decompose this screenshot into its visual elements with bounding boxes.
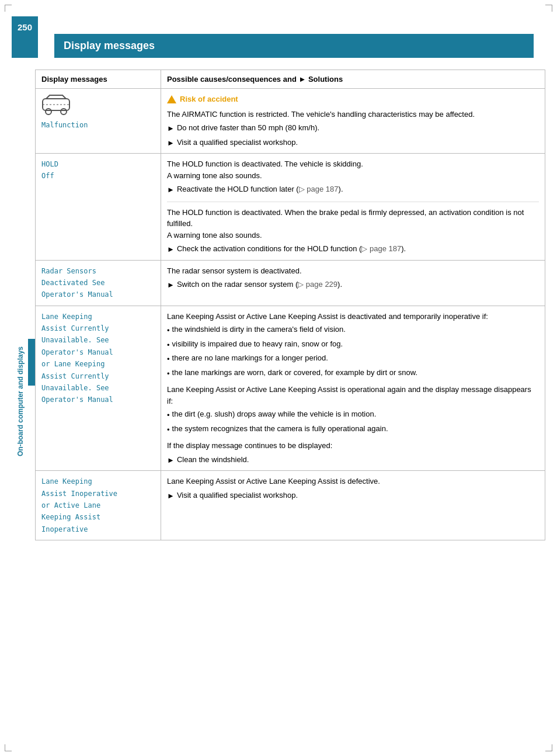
lane-inoperative-code: Lane KeepingAssist Inoperativeor Active …	[41, 477, 117, 533]
hold-sub-section: The HOLD function is deactivated. When t…	[167, 202, 539, 255]
radar-bullet-1: ► Switch on the radar sensor system (▷ p…	[167, 279, 539, 291]
bullet-dot: •	[167, 353, 170, 365]
page-number: 250	[12, 16, 38, 58]
hold-bullet-2: ► Check the activation conditions for th…	[167, 243, 539, 255]
display-messages-table: Display messages Possible causes/consequ…	[35, 70, 545, 540]
radar-code: Radar SensorsDeactivated SeeOperator's M…	[41, 267, 113, 299]
lane-mid-bullet-1: • the dirt (e.g. slush) drops away while…	[167, 408, 539, 421]
arrow-icon: ►	[167, 184, 175, 196]
arrow-icon: ►	[167, 490, 175, 502]
corner-mark-tr	[545, 5, 552, 12]
table-row: Malfunction Risk of accident The AIRMATI…	[36, 89, 545, 154]
arrow-icon: ►	[167, 137, 175, 149]
bullet-text: the dirt (e.g. slush) drops away while t…	[172, 408, 377, 420]
display-message-malfunction: Malfunction	[36, 89, 161, 154]
bullet-text: Clean the windshield.	[177, 454, 249, 466]
table-row: Lane KeepingAssist Inoperativeor Active …	[36, 471, 545, 540]
malfunction-causes: Risk of accident The AIRMATIC function i…	[161, 89, 545, 154]
lane-bullet-2: • visibility is impaired due to heavy ra…	[167, 338, 539, 351]
lane-inoperative-bullet: ► Visit a qualified specialist workshop.	[167, 490, 539, 502]
bullet-text: the system recognizes that the camera is…	[172, 423, 388, 435]
hold-causes: The HOLD function is deactivated. The ve…	[161, 154, 545, 261]
malfunction-icon	[41, 93, 71, 117]
bullet-text: there are no lane markings for a longer …	[172, 352, 328, 364]
bullet-text: Do not drive faster than 50 mph (80 km/h…	[177, 122, 319, 134]
bullet-dot: •	[167, 339, 170, 351]
malfunction-text: The AIRMATIC function is restricted. The…	[167, 109, 539, 120]
bullet-text: Visit a qualified specialist workshop.	[177, 137, 298, 148]
hold-bullet-1: ► Reactivate the HOLD function later (▷ …	[167, 183, 539, 196]
lane-currently-causes: Lane Keeping Assist or Active Lane Keepi…	[161, 306, 545, 471]
bullet-text: Check the activation conditions for the …	[177, 243, 406, 255]
lane-bullet-3: • there are no lane markings for a longe…	[167, 352, 539, 365]
table-row: Lane KeepingAssist CurrentlyUnavailable.…	[36, 306, 545, 471]
risk-label: Risk of accident	[180, 93, 238, 105]
sidebar-label: On-board computer and displays	[16, 346, 25, 456]
main-content: Display messages Possible causes/consequ…	[35, 70, 545, 540]
bullet-dot: •	[167, 325, 170, 337]
bullet-1: ► Do not drive faster than 50 mph (80 km…	[167, 122, 539, 134]
bullet-text: the windshield is dirty in the camera's …	[172, 324, 346, 335]
col-header-causes-solutions: Possible causes/consequences and ► Solut…	[161, 70, 545, 89]
svg-point-2	[61, 109, 67, 115]
arrow-icon: ►	[167, 123, 175, 134]
display-message-hold: HOLDOff	[36, 154, 161, 261]
lane-inoperative-causes: Lane Keeping Assist or Active Lane Keepi…	[161, 471, 545, 540]
corner-mark-tl	[5, 5, 12, 12]
display-message-lane-currently: Lane KeepingAssist CurrentlyUnavailable.…	[36, 306, 161, 471]
warning-triangle-icon	[167, 95, 176, 103]
lane-inoperative-text: Lane Keeping Assist or Active Lane Keepi…	[167, 476, 539, 487]
hold-code: HOLDOff	[41, 160, 58, 180]
corner-mark-br	[545, 744, 552, 751]
bullet-text: Reactivate the HOLD function later (▷ pa…	[177, 183, 343, 195]
col-header-display-messages: Display messages	[36, 70, 161, 89]
arrow-icon: ►	[167, 279, 175, 291]
bullet-dot: •	[167, 368, 170, 380]
corner-mark-bl	[5, 744, 12, 751]
bullet-dot: •	[167, 410, 170, 421]
table-row: HOLDOff The HOLD function is deactivated…	[36, 154, 545, 261]
arrow-icon: ►	[167, 244, 175, 255]
bullet-text: Switch on the radar sensor system (▷ pag…	[177, 279, 342, 290]
lane-intro: Lane Keeping Assist or Active Lane Keepi…	[167, 311, 539, 322]
hold-text-2: The HOLD function is deactivated. When t…	[167, 207, 539, 241]
page-title: Display messages	[54, 34, 534, 58]
table-row: Radar SensorsDeactivated SeeOperator's M…	[36, 260, 545, 306]
lane-footer-text: If the display message continues to be d…	[167, 440, 539, 452]
sidebar-label-container: On-board computer and displays	[12, 82, 29, 721]
bullet-2: ► Visit a qualified specialist workshop.	[167, 137, 539, 149]
bullet-text: the lane markings are worn, dark or cove…	[172, 367, 418, 379]
lane-bullet-1: • the windshield is dirty in the camera'…	[167, 324, 539, 337]
display-message-radar: Radar SensorsDeactivated SeeOperator's M…	[36, 260, 161, 306]
display-message-lane-inoperative: Lane KeepingAssist Inoperativeor Active …	[36, 471, 161, 540]
bullet-text: visibility is impaired due to heavy rain…	[172, 338, 343, 350]
hold-text-1: The HOLD function is deactivated. The ve…	[167, 158, 539, 181]
bullet-dot: •	[167, 424, 170, 436]
sidebar-blue-block	[28, 339, 35, 386]
risk-header: Risk of accident	[167, 93, 539, 105]
malfunction-code: Malfunction	[41, 121, 88, 129]
lane-bullet-4: • the lane markings are worn, dark or co…	[167, 367, 539, 380]
svg-point-1	[46, 109, 51, 115]
lane-footer-bullet: ► Clean the windshield.	[167, 454, 539, 466]
lane-mid-bullet-2: • the system recognizes that the camera …	[167, 423, 539, 436]
radar-causes: The radar sensor system is deactivated. …	[161, 260, 545, 306]
lane-currently-code: Lane KeepingAssist CurrentlyUnavailable.…	[41, 313, 113, 404]
radar-text: The radar sensor system is deactivated.	[167, 265, 539, 277]
arrow-icon: ►	[167, 455, 175, 466]
lane-mid-text: Lane Keeping Assist or Active Lane Keepi…	[167, 384, 539, 407]
bullet-text: Visit a qualified specialist workshop.	[177, 490, 298, 501]
